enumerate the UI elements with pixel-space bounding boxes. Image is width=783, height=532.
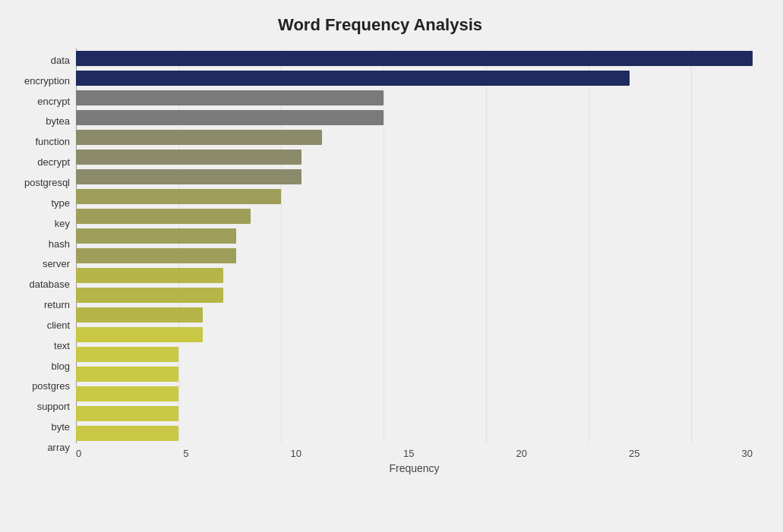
x-axis-label: 20: [516, 448, 527, 459]
bars-wrapper: [76, 49, 753, 443]
bar-row: [76, 266, 753, 285]
bar: [76, 90, 384, 105]
bar: [76, 426, 178, 441]
bar: [76, 51, 753, 66]
x-axis-labels: 051015202530: [76, 443, 753, 459]
bar-row: [76, 49, 753, 68]
bar-row: [76, 108, 753, 127]
y-label: type: [51, 193, 70, 212]
bar-row: [76, 404, 753, 423]
bar-row: [76, 325, 753, 345]
bar-row: [76, 305, 753, 325]
bar: [76, 406, 178, 421]
bar: [76, 169, 302, 184]
bar: [76, 110, 384, 125]
bar: [76, 307, 203, 323]
y-label: function: [35, 132, 70, 152]
y-label: return: [44, 295, 70, 315]
bar: [76, 327, 203, 342]
bar: [76, 228, 236, 244]
bar: [76, 248, 236, 263]
y-label: postgresql: [24, 172, 70, 192]
y-label: postgres: [32, 376, 70, 396]
y-label: server: [43, 254, 70, 274]
x-axis-title: Frequency: [76, 462, 753, 474]
x-axis-label: 10: [291, 448, 302, 459]
y-label: hash: [49, 234, 70, 253]
y-label: byte: [51, 417, 70, 437]
bar-row: [76, 364, 753, 384]
bar-row: [76, 246, 753, 266]
y-label: key: [55, 213, 70, 233]
y-label: array: [47, 437, 70, 457]
y-label: blog: [51, 356, 70, 376]
y-label: client: [47, 315, 70, 335]
bar-row: [76, 127, 753, 147]
y-label: decrypt: [37, 153, 70, 172]
bars-section: 051015202530 Frequency: [76, 49, 753, 459]
x-axis-label: 15: [403, 448, 414, 459]
y-axis-labels: dataencryptionencryptbyteafunctiondecryp…: [8, 49, 76, 459]
bar-row: [76, 384, 753, 404]
y-label: data: [51, 50, 70, 70]
bar-row: [76, 68, 753, 88]
bar-row: [76, 88, 753, 108]
y-label: encryption: [24, 71, 70, 90]
bar: [76, 386, 178, 401]
chart-container: Word Frequency Analysis dataencryptionen…: [0, 0, 783, 532]
y-label: encrypt: [37, 91, 70, 111]
bar-row: [76, 423, 753, 443]
bar-row: [76, 187, 753, 206]
bar: [76, 288, 223, 303]
bar: [76, 367, 178, 382]
y-label: database: [30, 275, 71, 294]
bar-row: [76, 345, 753, 364]
x-axis-label: 25: [629, 448, 639, 459]
x-axis-label: 5: [183, 448, 188, 459]
bar-row: [76, 167, 753, 187]
bar: [76, 71, 630, 86]
bar: [76, 268, 223, 283]
x-axis-label: 30: [742, 448, 753, 459]
x-axis-container: 051015202530 Frequency: [76, 443, 753, 474]
bar-row: [76, 226, 753, 246]
bar-row: [76, 147, 753, 167]
chart-title: Word Frequency Analysis: [8, 15, 753, 35]
y-label: text: [54, 335, 70, 355]
y-label: bytea: [46, 112, 70, 131]
y-label: support: [37, 397, 70, 417]
bar: [76, 209, 251, 224]
bar-row: [76, 285, 753, 305]
x-axis-label: 0: [76, 448, 81, 459]
chart-area: dataencryptionencryptbyteafunctiondecryp…: [8, 49, 753, 459]
bar-row: [76, 206, 753, 226]
bar: [76, 189, 281, 204]
bar: [76, 150, 302, 165]
bar: [76, 347, 178, 362]
bar: [76, 130, 322, 145]
